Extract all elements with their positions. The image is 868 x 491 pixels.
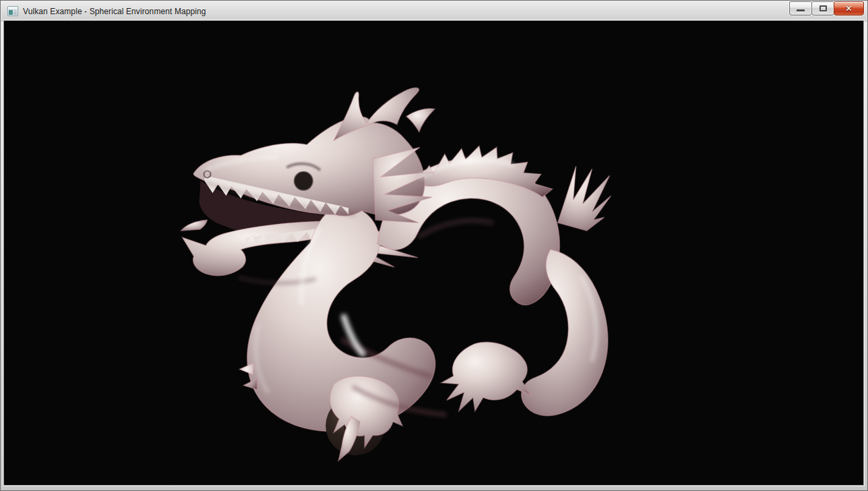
app-icon-gray-pane <box>13 10 17 15</box>
dragon-eye <box>294 171 313 190</box>
application-window: Vulkan Example - Spherical Environment M… <box>0 0 868 491</box>
dragon-tail-fan <box>558 166 611 231</box>
app-icon-teal-pane <box>9 10 13 15</box>
caption-buttons: ✕ <box>790 1 864 16</box>
dragon-horn-back <box>406 109 435 132</box>
vulkan-scene[interactable] <box>4 21 863 485</box>
close-icon: ✕ <box>845 4 852 13</box>
minimize-button[interactable] <box>789 1 812 16</box>
maximize-icon <box>819 5 827 11</box>
minimize-icon <box>797 9 805 11</box>
window-title: Vulkan Example - Spherical Environment M… <box>23 7 206 16</box>
close-button[interactable]: ✕ <box>834 1 864 16</box>
dragon-whisker <box>181 220 208 231</box>
maximize-button[interactable] <box>811 1 834 16</box>
dragon-render <box>181 88 611 461</box>
titlebar[interactable]: Vulkan Example - Spherical Environment M… <box>1 1 867 22</box>
render-viewport[interactable] <box>4 21 863 485</box>
dragon-rear-foot <box>441 342 530 411</box>
app-window-icon[interactable] <box>7 6 18 16</box>
